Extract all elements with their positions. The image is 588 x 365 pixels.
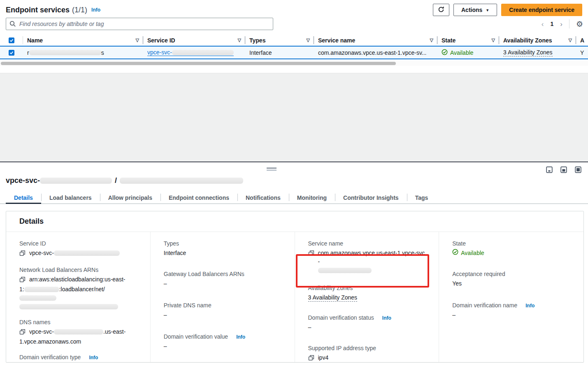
tab-endpoint-connections[interactable]: Endpoint connections [160, 192, 237, 204]
tab-details[interactable]: Details [6, 192, 41, 204]
info-link[interactable]: Info [525, 303, 535, 309]
column-label: Availability Zones [503, 37, 552, 44]
field-value-text: :loadbalancer/net/ [59, 286, 105, 292]
actions-button-label: Actions [461, 7, 482, 13]
tab-notifications[interactable]: Notifications [237, 192, 289, 204]
field-domain-verification-name: Domain verification name Info – [452, 302, 570, 319]
field-glb-arns: Gateway Load Balancers ARNs – [164, 271, 281, 288]
header-info-link[interactable]: Info [91, 7, 100, 13]
row-checkbox[interactable] [9, 50, 14, 56]
create-endpoint-service-button[interactable]: Create endpoint service [501, 4, 582, 16]
info-link[interactable]: Info [236, 334, 245, 340]
row-availability-zones-cell: 3 Availability Zones [499, 47, 576, 58]
row-name-prefix: r [27, 49, 29, 56]
select-all-checkbox[interactable] [9, 37, 14, 43]
settings-gear-icon[interactable]: ⚙ [576, 20, 583, 28]
filter-icon[interactable]: ▽ [427, 37, 433, 43]
field-value-text: 1.vpce.amazonaws.com [19, 338, 81, 345]
redacted-text [120, 178, 243, 184]
field-types: Types Interface [164, 240, 281, 257]
availability-zones-popover-trigger[interactable]: 3 Availability Zones [503, 49, 553, 56]
column-header-name: Name ▽ [23, 35, 143, 46]
field-value-text: Interface [164, 249, 281, 257]
table-header: Name ▽ Service ID ▽ Types ▽ Service name… [0, 35, 588, 46]
split-panel-title: vpce-svc-/ [6, 176, 243, 185]
copy-icon[interactable] [19, 329, 26, 337]
row-types-cell: Interface [245, 47, 314, 58]
field-value-text: – [164, 342, 281, 351]
field-nlb-arns: Network Load Balancers ARNs arn:aws:elas… [19, 267, 137, 311]
row-acceptance-value: Y [580, 49, 584, 56]
column-header-types: Types ▽ [245, 35, 314, 46]
field-dns-names: DNS names vpce-svc-.us-east- 1.vpce.amaz… [19, 319, 137, 346]
field-label: Network Load Balancers ARNs [19, 267, 137, 273]
field-acceptance-required: Acceptance required Yes [452, 271, 570, 288]
search-input[interactable] [6, 18, 273, 30]
field-value-text: Yes [452, 279, 570, 288]
field-value-text: – [308, 323, 426, 332]
field-label: Service name [308, 240, 426, 247]
status-badge: Available [442, 49, 474, 56]
previous-page-button[interactable]: ‹ [542, 21, 544, 28]
field-label: Private DNS name [164, 302, 281, 309]
service-id-link[interactable]: vpce-svc- [147, 49, 234, 56]
redacted-text [29, 50, 101, 55]
field-value-text: ipv4 [318, 353, 329, 362]
field-value-text: .us-east- [103, 328, 126, 335]
copy-icon[interactable] [19, 250, 26, 259]
info-link[interactable]: Info [382, 315, 391, 321]
column-header-state: State ▽ [437, 35, 499, 46]
row-service-name-value: com.amazonaws.vpce.us-east-1.vpce-sv... [318, 49, 427, 56]
service-id-prefix: vpce-svc- [147, 49, 172, 56]
row-types-value: Interface [249, 49, 272, 56]
filter-icon[interactable]: ▽ [303, 37, 310, 43]
panel-position-full-icon[interactable] [575, 166, 581, 174]
tab-monitoring[interactable]: Monitoring [289, 192, 335, 204]
redacted-text [54, 250, 120, 256]
redacted-text [19, 295, 56, 301]
field-domain-verification-status: Domain verification status Info – [308, 314, 426, 332]
tab-label: Details [14, 194, 33, 201]
details-card-body: Service ID vpce-svc- Network Load Balanc… [6, 232, 583, 362]
row-service-id-cell: vpce-svc- [143, 47, 245, 58]
copy-icon[interactable] [308, 250, 314, 259]
field-domain-verification-type: Domain verification type Info – [19, 354, 137, 362]
details-heading: Details [19, 217, 44, 226]
split-panel-drag-handle[interactable] [267, 168, 277, 171]
refresh-button[interactable] [433, 4, 449, 16]
copy-icon[interactable] [19, 276, 26, 285]
table-row[interactable]: rs vpce-svc- Interface com.amazonaws.vpc… [0, 46, 588, 59]
row-select-cell [0, 47, 23, 58]
field-value-text: arn:aws:elasticloadbalancing:us-east- [29, 276, 125, 283]
field-value-text: Available [461, 249, 484, 257]
endpoint-services-page: Endpoint services (1/1) Info Actions ▼ C… [0, 0, 588, 365]
tab-contributor-insights[interactable]: Contributor Insights [335, 192, 407, 204]
pagination: ‹ 1 › ⚙ [542, 18, 583, 30]
actions-button[interactable]: Actions ▼ [453, 4, 497, 16]
resource-count: (1/1) [72, 6, 87, 14]
refresh-icon [438, 6, 444, 14]
panel-position-bottom-icon[interactable] [546, 166, 553, 174]
tab-allow-principals[interactable]: Allow principals [100, 192, 160, 204]
filter-icon[interactable]: ▽ [235, 37, 241, 43]
availability-zones-popover-trigger[interactable]: 3 Availability Zones [308, 294, 358, 302]
horizontal-scrollbar-thumb[interactable] [1, 62, 396, 65]
tab-load-balancers[interactable]: Load balancers [41, 192, 100, 204]
page-title: Endpoint services [6, 6, 70, 14]
copy-icon[interactable] [308, 355, 314, 362]
content-gap [0, 73, 588, 161]
filter-icon[interactable]: ▽ [132, 37, 139, 43]
field-availability-zones: Availability Zones 3 Availability Zones [308, 285, 426, 302]
column-header-availability-zones: Availability Zones ▽ [499, 35, 576, 46]
redacted-text [318, 268, 372, 273]
panel-position-split-icon[interactable] [560, 166, 567, 174]
filter-icon[interactable]: ▽ [565, 37, 572, 43]
next-page-button[interactable]: › [560, 21, 562, 28]
field-label: Service ID [19, 240, 137, 247]
tab-tags[interactable]: Tags [407, 192, 437, 204]
redacted-text [40, 178, 112, 184]
field-label: Supported IP address type [308, 345, 426, 351]
filter-icon[interactable]: ▽ [488, 37, 495, 43]
info-link[interactable]: Info [89, 355, 98, 360]
row-name-suffix: s [101, 49, 104, 56]
